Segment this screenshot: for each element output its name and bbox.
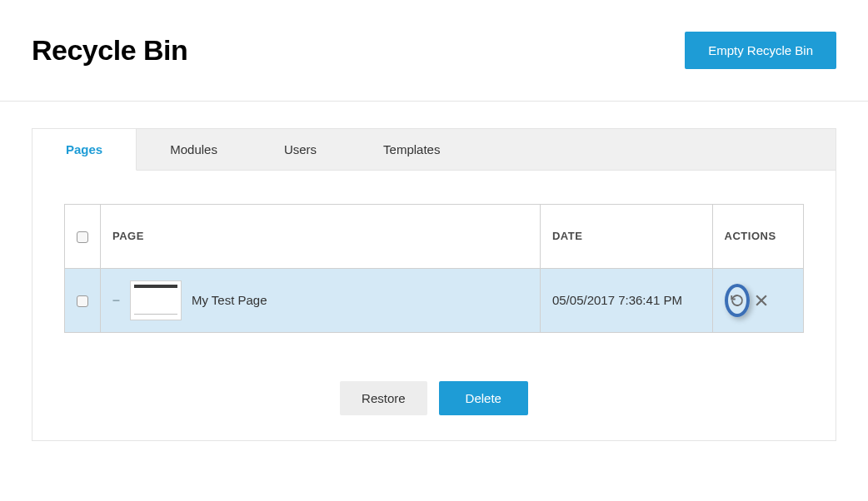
tab-users[interactable]: Users (251, 129, 350, 170)
footer-actions: Restore Delete (64, 381, 804, 415)
tab-pages[interactable]: Pages (32, 129, 137, 171)
row-checkbox[interactable] (77, 295, 88, 307)
tab-body: PAGE DATE ACTIONS – (32, 171, 836, 440)
page-title: Recycle Bin (32, 34, 187, 67)
page-header: Recycle Bin Empty Recycle Bin (0, 0, 868, 102)
table-row: – My Test Page 05/05/2017 7:36:41 PM (65, 268, 804, 332)
header-date: DATE (540, 205, 712, 269)
restore-button[interactable]: Restore (340, 381, 427, 415)
restore-row-button[interactable] (725, 284, 750, 317)
select-all-checkbox[interactable] (77, 231, 88, 243)
content-area: Pages Modules Users Templates PAGE DATE … (0, 102, 868, 468)
row-date: 05/05/2017 7:36:41 PM (540, 268, 712, 332)
header-select (65, 205, 101, 269)
expand-toggle[interactable]: – (112, 293, 120, 308)
delete-row-button[interactable] (753, 292, 770, 309)
page-thumbnail (130, 280, 182, 320)
header-page: PAGE (101, 205, 541, 269)
delete-button[interactable]: Delete (439, 381, 528, 415)
tab-strip: Pages Modules Users Templates (32, 129, 836, 171)
restore-icon (730, 293, 745, 308)
tab-templates[interactable]: Templates (350, 129, 473, 170)
page-name: My Test Page (192, 293, 267, 307)
tab-modules[interactable]: Modules (137, 129, 251, 170)
recycle-table: PAGE DATE ACTIONS – (64, 204, 804, 333)
header-actions: ACTIONS (712, 205, 803, 269)
empty-recycle-bin-button[interactable]: Empty Recycle Bin (685, 32, 836, 69)
row-actions (725, 284, 791, 317)
page-cell: – My Test Page (112, 280, 528, 320)
main-panel: Pages Modules Users Templates PAGE DATE … (32, 128, 836, 441)
